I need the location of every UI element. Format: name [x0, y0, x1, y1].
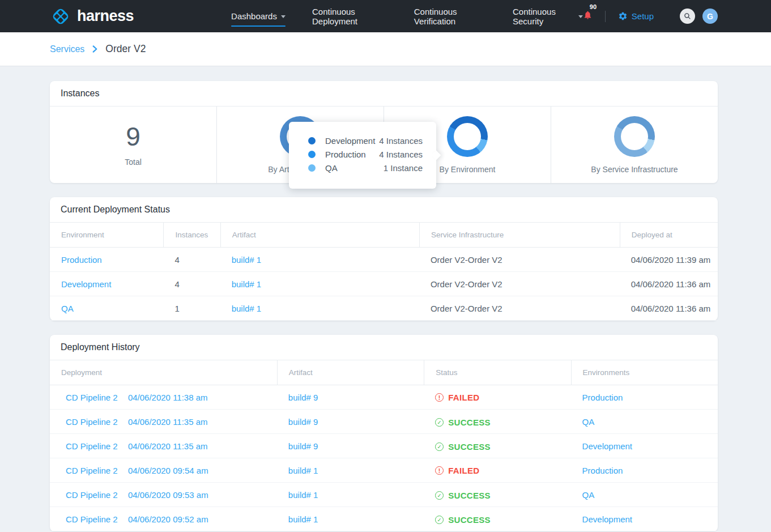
- by-service-infrastructure-section: By Service Infrastructure: [551, 107, 718, 183]
- artifact-link[interactable]: build# 1: [232, 304, 262, 313]
- nav-label: Dashboards: [231, 11, 277, 21]
- pipeline-link[interactable]: CD Pipeline 2: [66, 490, 118, 500]
- instances-total-section: 9 Total: [50, 107, 216, 183]
- environment-donut-chart[interactable]: [447, 116, 488, 157]
- gear-icon: [618, 11, 628, 21]
- harness-logo[interactable]: harness: [50, 6, 134, 27]
- top-navbar: harness Dashboards Continuous Deployment…: [0, 0, 771, 32]
- artifact-link[interactable]: build# 1: [288, 514, 318, 524]
- nav-item-continuous-verification[interactable]: Continuous Verification: [414, 3, 486, 29]
- status-badge: FAILED: [435, 393, 479, 402]
- status-badge: FAILED: [435, 466, 479, 475]
- deployment-time-link[interactable]: 04/06/2020 11:35 am: [128, 441, 208, 451]
- nav-item-continuous-deployment[interactable]: Continuous Deployment: [312, 3, 387, 29]
- breadcrumb-services-link[interactable]: Services: [50, 44, 84, 54]
- instances-count: 4: [163, 255, 220, 265]
- by-environment-label: By Environment: [440, 165, 496, 174]
- harness-logo-icon: [50, 6, 71, 27]
- status-text: FAILED: [448, 466, 479, 475]
- breadcrumb: Services Order V2: [0, 32, 771, 66]
- pipeline-link[interactable]: CD Pipeline 2: [66, 393, 118, 402]
- notifications-button[interactable]: 90: [583, 10, 593, 23]
- artifact-link[interactable]: build# 9: [288, 393, 318, 402]
- instances-card: Instances 9 Total By Artifact Version By…: [50, 81, 718, 183]
- environment-link[interactable]: QA: [61, 304, 74, 313]
- setup-label: Setup: [632, 11, 654, 21]
- instances-card-title: Instances: [50, 81, 718, 107]
- status-icon: [435, 491, 444, 500]
- deployed-at-value: 04/06/2020 11:36 am: [620, 304, 718, 313]
- pipeline-link[interactable]: CD Pipeline 2: [66, 441, 118, 451]
- service-infrastructure-donut-chart[interactable]: [614, 116, 655, 157]
- environment-link[interactable]: QA: [582, 417, 595, 427]
- status-badge: SUCCESS: [435, 418, 491, 427]
- page-title: Order V2: [105, 43, 146, 55]
- bell-icon: [583, 10, 593, 20]
- setup-button[interactable]: Setup: [618, 11, 654, 21]
- deployment-time-link[interactable]: 04/06/2020 11:35 am: [128, 417, 208, 427]
- status-icon: [435, 442, 444, 451]
- pipeline-link[interactable]: CD Pipeline 2: [66, 466, 118, 475]
- column-header-artifact: Artifact: [277, 360, 424, 385]
- legend-dot-development: [308, 137, 316, 144]
- deployment-time-link[interactable]: 04/06/2020 09:54 am: [128, 466, 208, 475]
- deployment-time-link[interactable]: 04/06/2020 09:52 am: [128, 514, 208, 524]
- environment-link[interactable]: Production: [61, 255, 102, 265]
- status-badge: SUCCESS: [435, 491, 491, 500]
- search-icon: [684, 12, 691, 20]
- artifact-link[interactable]: build# 1: [232, 279, 262, 289]
- environment-link[interactable]: Production: [582, 466, 623, 475]
- deployment-history-title: Deployment History: [50, 335, 718, 360]
- instances-count: 4: [163, 279, 220, 289]
- service-infrastructure-value: Order V2-Order V2: [419, 255, 620, 265]
- environment-link[interactable]: Development: [61, 279, 111, 289]
- table-header: Environment Instances Artifact Service I…: [50, 223, 718, 248]
- artifact-link[interactable]: build# 9: [288, 441, 318, 451]
- chevron-down-icon: [578, 15, 583, 18]
- column-header-instances: Instances: [163, 223, 220, 247]
- legend-name: QA: [325, 163, 338, 173]
- column-header-deployment: Deployment: [50, 360, 277, 385]
- divider: [605, 11, 606, 22]
- deployment-time-link[interactable]: 04/06/2020 09:53 am: [128, 490, 208, 500]
- table-row: CD Pipeline 2 04/06/2020 09:52 am build#…: [50, 507, 718, 531]
- pipeline-link[interactable]: CD Pipeline 2: [66, 417, 118, 427]
- legend-name: Production: [325, 150, 366, 159]
- legend-dot-qa: [308, 164, 316, 172]
- status-icon: [435, 393, 444, 402]
- table-row: CD Pipeline 2 04/06/2020 11:35 am build#…: [50, 434, 718, 458]
- table-header: Deployment Artifact Status Environments: [50, 360, 718, 385]
- environment-link[interactable]: Development: [582, 441, 632, 451]
- environment-link[interactable]: Production: [582, 393, 623, 402]
- artifact-link[interactable]: build# 1: [288, 466, 318, 475]
- by-service-infrastructure-label: By Service Infrastructure: [591, 165, 678, 174]
- deployment-history-card: Deployment History Deployment Artifact S…: [50, 335, 718, 531]
- artifact-link[interactable]: build# 1: [232, 255, 262, 265]
- service-infrastructure-value: Order V2-Order V2: [419, 279, 620, 289]
- chevron-right-icon: [92, 45, 98, 53]
- nav-item-continuous-security[interactable]: Continuous Security: [513, 3, 583, 29]
- table-row: CD Pipeline 2 04/06/2020 09:54 am build#…: [50, 458, 718, 483]
- status-text: FAILED: [448, 393, 479, 402]
- environment-link[interactable]: Development: [582, 514, 632, 524]
- deployed-at-value: 04/06/2020 11:36 am: [620, 279, 718, 289]
- column-header-service-infrastructure: Service Infrastructure: [419, 223, 620, 247]
- table-row: QA 1 build# 1 Order V2-Order V2 04/06/20…: [50, 296, 718, 321]
- nav-item-dashboards[interactable]: Dashboards: [231, 8, 286, 24]
- search-button[interactable]: [680, 8, 695, 24]
- nav-label: Continuous Deployment: [312, 7, 387, 26]
- status-badge: SUCCESS: [435, 515, 491, 525]
- legend-count: 4 Instances: [379, 136, 423, 146]
- artifact-link[interactable]: build# 9: [288, 417, 318, 427]
- instances-body: 9 Total By Artifact Version By Environme…: [50, 107, 718, 183]
- artifact-link[interactable]: build# 1: [288, 490, 318, 500]
- environment-link[interactable]: QA: [582, 490, 595, 500]
- avatar[interactable]: G: [702, 8, 718, 24]
- pipeline-link[interactable]: CD Pipeline 2: [66, 514, 118, 524]
- deployed-at-value: 04/06/2020 11:39 am: [620, 255, 718, 265]
- column-header-deployed-at: Deployed at: [620, 223, 718, 247]
- total-instances-value: 9: [126, 124, 140, 150]
- nav-label: Continuous Verification: [414, 7, 486, 26]
- main-nav: Dashboards Continuous Deployment Continu…: [231, 3, 583, 29]
- deployment-time-link[interactable]: 04/06/2020 11:38 am: [128, 393, 208, 402]
